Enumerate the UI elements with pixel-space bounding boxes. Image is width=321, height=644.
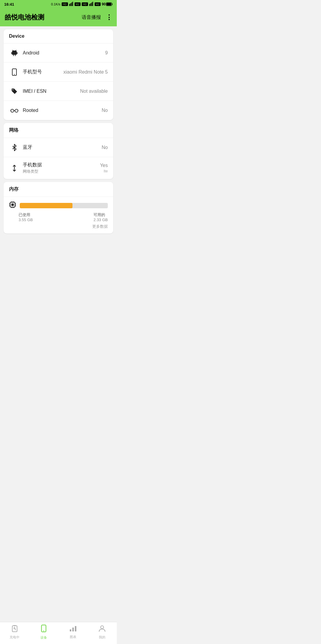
- android-label: Android: [23, 50, 105, 56]
- svg-point-20: [14, 74, 15, 75]
- data-transfer-icon: [9, 165, 20, 172]
- network-card: 网络 蓝牙 No 手机: [4, 123, 113, 179]
- mobile-data-label-main: 手机数据: [23, 162, 100, 168]
- svg-point-21: [13, 89, 13, 90]
- svg-rect-10: [107, 3, 111, 6]
- status-time: 16:41: [4, 2, 14, 7]
- scroll-area: Device Android 9: [0, 26, 117, 257]
- bluetooth-label: 蓝牙: [23, 144, 102, 151]
- overflow-menu-button[interactable]: ⋮: [106, 14, 112, 21]
- svg-point-22: [11, 109, 14, 112]
- svg-rect-13: [11, 52, 12, 54]
- imei-row: IMEI / ESN Not available: [4, 82, 113, 101]
- app-title: 皓悦电池检测: [5, 13, 44, 22]
- svg-point-23: [15, 109, 18, 112]
- mobile-data-subvalue: lte: [100, 169, 108, 173]
- cpu-icon: [9, 201, 16, 210]
- bluetooth-row: 蓝牙 No: [4, 138, 113, 157]
- phone-icon: [9, 69, 20, 76]
- mobile-data-row: 手机数据 网络类型 Yes lte: [4, 157, 113, 179]
- model-row: 手机型号 xiaomi Redmi Note 5: [4, 63, 113, 82]
- svg-rect-14: [17, 52, 18, 54]
- svg-rect-15: [13, 54, 14, 56]
- memory-free-col: 可用的 2.33 GB: [93, 212, 108, 222]
- svg-rect-0: [69, 4, 70, 6]
- memory-usage-row: 已使用 3.55 GB 可用的 2.33 GB 更多数据: [4, 197, 113, 233]
- rooted-label-text: Rooted: [23, 108, 102, 113]
- android-value: 9: [105, 50, 108, 56]
- svg-line-17: [13, 50, 13, 51]
- memory-used-label: 已使用: [19, 212, 33, 218]
- bluetooth-value: No: [102, 145, 108, 150]
- signal-icon: [69, 2, 73, 7]
- mobile-data-value: Yes: [100, 163, 108, 168]
- bluetooth-label-text: 蓝牙: [23, 144, 102, 151]
- svg-line-26: [18, 110, 18, 111]
- model-label-text: 手机型号: [23, 69, 63, 75]
- signal-icon2: [89, 2, 93, 7]
- memory-bar-fill: [20, 203, 72, 208]
- network-card-header: 网络: [4, 123, 113, 138]
- svg-rect-7: [92, 2, 93, 6]
- svg-line-25: [10, 110, 11, 111]
- status-bar: 16:41 0.1K/s HD 4G HD 4G 90: [0, 0, 117, 8]
- svg-rect-29: [11, 203, 14, 206]
- svg-rect-1: [70, 3, 71, 6]
- android-label-text: Android: [23, 50, 105, 56]
- imei-value: Not available: [80, 89, 108, 94]
- android-icon: [9, 49, 20, 57]
- svg-rect-16: [15, 54, 16, 56]
- model-value: xiaomi Redmi Note 5: [63, 69, 108, 75]
- hd-badge: HD: [62, 2, 68, 6]
- memory-card-header: 内存: [4, 182, 113, 197]
- memory-free-label: 可用的: [93, 212, 108, 218]
- voice-broadcast-button[interactable]: 语音播报: [82, 14, 101, 21]
- tag-icon: [9, 88, 20, 95]
- 4g-badge: 4G: [75, 2, 81, 6]
- device-card: Device Android 9: [4, 29, 113, 120]
- 4g-badge2: 4G: [95, 2, 101, 6]
- battery-level: 90: [102, 2, 106, 6]
- mobile-data-value-group: Yes lte: [100, 163, 108, 173]
- imei-label-text: IMEI / ESN: [23, 89, 80, 94]
- device-card-header: Device: [4, 29, 113, 43]
- app-bar-actions: 语音播报 ⋮: [82, 14, 112, 21]
- rooted-label: Rooted: [23, 108, 102, 113]
- model-label: 手机型号: [23, 69, 63, 75]
- svg-rect-2: [71, 3, 72, 6]
- rooted-value: No: [102, 108, 108, 113]
- svg-rect-5: [90, 3, 91, 6]
- app-bar: 皓悦电池检测 语音播报 ⋮: [0, 8, 117, 26]
- svg-rect-6: [91, 3, 92, 6]
- status-right: 0.1K/s HD 4G HD 4G 90: [51, 2, 113, 7]
- memory-card: 内存: [4, 182, 113, 233]
- svg-rect-4: [89, 4, 90, 6]
- mobile-data-label: 手机数据 网络类型: [23, 162, 100, 174]
- network-speed: 0.1K/s: [51, 2, 60, 6]
- glasses-icon: [9, 108, 20, 113]
- memory-more-link[interactable]: 更多数据: [9, 222, 108, 229]
- mobile-data-label-sub: 网络类型: [23, 169, 100, 174]
- imei-label: IMEI / ESN: [23, 89, 80, 94]
- android-row: Android 9: [4, 43, 113, 63]
- memory-used-value: 3.55 GB: [19, 218, 33, 222]
- bluetooth-icon: [9, 144, 20, 151]
- battery-icon: 90: [102, 2, 113, 6]
- rooted-row: Rooted No: [4, 101, 113, 120]
- svg-line-18: [16, 50, 16, 51]
- memory-bar-row: [9, 201, 108, 210]
- memory-bar-container: [20, 203, 108, 208]
- memory-free-value: 2.33 GB: [93, 218, 108, 222]
- memory-stats: 已使用 3.55 GB 可用的 2.33 GB: [9, 212, 108, 222]
- memory-used-col: 已使用 3.55 GB: [19, 212, 33, 222]
- hd-badge2: HD: [82, 2, 88, 6]
- svg-rect-9: [112, 4, 113, 5]
- svg-rect-3: [72, 2, 73, 6]
